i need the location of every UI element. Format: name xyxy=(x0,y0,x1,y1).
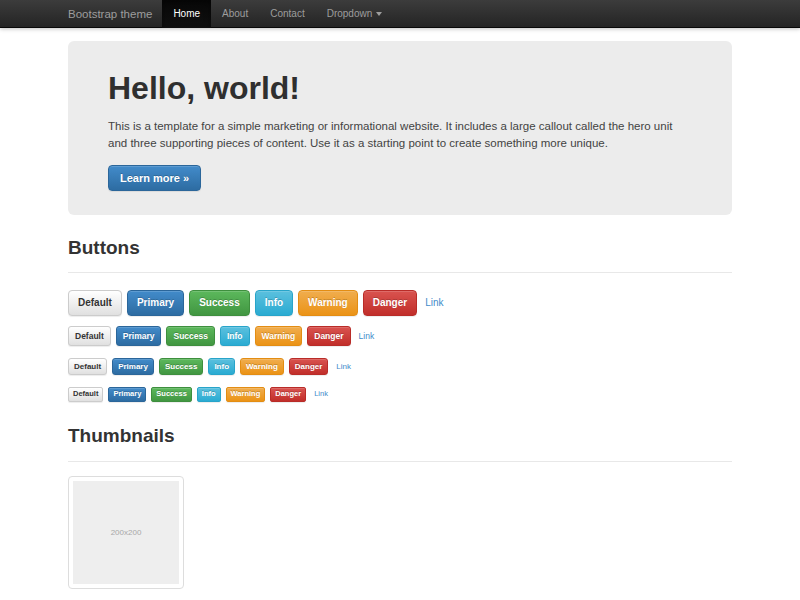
thumbnail[interactable]: 200x200 xyxy=(68,476,184,589)
button-primary-default[interactable]: Primary xyxy=(116,326,162,346)
thumbnails-section-header: Thumbnails xyxy=(68,426,732,462)
learn-more-button[interactable]: Learn more » xyxy=(108,165,201,191)
button-warning-default[interactable]: Warning xyxy=(255,326,303,346)
nav-link-about[interactable]: About xyxy=(211,0,259,28)
navbar: Bootstrap theme HomeAboutContactDropdown xyxy=(0,0,800,28)
link-button-large[interactable]: Link xyxy=(425,297,443,309)
nav-link-dropdown[interactable]: Dropdown xyxy=(316,0,394,28)
nav-item-home: Home xyxy=(162,0,211,27)
button-row-default: DefaultPrimarySuccessInfoWarningDangerLi… xyxy=(68,326,732,346)
button-primary-small[interactable]: Primary xyxy=(112,358,154,375)
nav-link-contact[interactable]: Contact xyxy=(259,0,315,28)
button-success-extra-small[interactable]: Success xyxy=(151,387,191,402)
button-info-default[interactable]: Info xyxy=(220,326,250,346)
button-rows: DefaultPrimarySuccessInfoWarningDangerLi… xyxy=(68,290,732,402)
navbar-brand[interactable]: Bootstrap theme xyxy=(68,0,152,27)
hero-text: This is a template for a simple marketin… xyxy=(108,118,692,151)
button-info-large[interactable]: Info xyxy=(255,290,293,316)
link-button-default[interactable]: Link xyxy=(359,331,375,341)
button-warning-large[interactable]: Warning xyxy=(298,290,358,316)
button-warning-small[interactable]: Warning xyxy=(240,358,284,375)
link-button-extra-small[interactable]: Link xyxy=(314,390,328,398)
link-button-small[interactable]: Link xyxy=(336,362,351,371)
button-danger-extra-small[interactable]: Danger xyxy=(270,387,306,402)
button-default-large[interactable]: Default xyxy=(68,290,122,316)
button-info-small[interactable]: Info xyxy=(208,358,235,375)
buttons-heading: Buttons xyxy=(68,238,732,259)
button-danger-default[interactable]: Danger xyxy=(307,326,350,346)
button-info-extra-small[interactable]: Info xyxy=(197,387,221,402)
nav-item-contact: Contact xyxy=(259,0,315,27)
nav-item-dropdown: Dropdown xyxy=(316,0,394,27)
button-row-small: DefaultPrimarySuccessInfoWarningDangerLi… xyxy=(68,356,732,374)
button-row-large: DefaultPrimarySuccessInfoWarningDangerLi… xyxy=(68,290,732,316)
nav-item-about: About xyxy=(211,0,259,27)
jumbotron: Hello, world! This is a template for a s… xyxy=(68,41,732,215)
nav-link-home[interactable]: Home xyxy=(162,0,211,28)
hero-title: Hello, world! xyxy=(108,71,692,106)
button-warning-extra-small[interactable]: Warning xyxy=(226,387,266,402)
button-danger-small[interactable]: Danger xyxy=(289,358,329,375)
button-success-default[interactable]: Success xyxy=(166,326,215,346)
button-default-small[interactable]: Default xyxy=(68,358,107,375)
buttons-section-header: Buttons xyxy=(68,238,732,274)
button-success-small[interactable]: Success xyxy=(159,358,203,375)
button-primary-large[interactable]: Primary xyxy=(127,290,184,316)
button-row-extra-small: DefaultPrimarySuccessInfoWarningDangerLi… xyxy=(68,385,732,403)
button-success-large[interactable]: Success xyxy=(189,290,250,316)
thumbnails-row: 200x200 xyxy=(68,462,732,589)
button-default-default[interactable]: Default xyxy=(68,326,111,346)
caret-down-icon xyxy=(376,12,382,16)
placeholder-label: 200x200 xyxy=(111,528,142,537)
button-danger-large[interactable]: Danger xyxy=(363,290,417,316)
button-primary-extra-small[interactable]: Primary xyxy=(108,387,146,402)
button-default-extra-small[interactable]: Default xyxy=(68,387,103,402)
placeholder-image: 200x200 xyxy=(73,481,179,584)
navbar-menu: HomeAboutContactDropdown xyxy=(162,0,393,27)
thumbnails-heading: Thumbnails xyxy=(68,426,732,447)
